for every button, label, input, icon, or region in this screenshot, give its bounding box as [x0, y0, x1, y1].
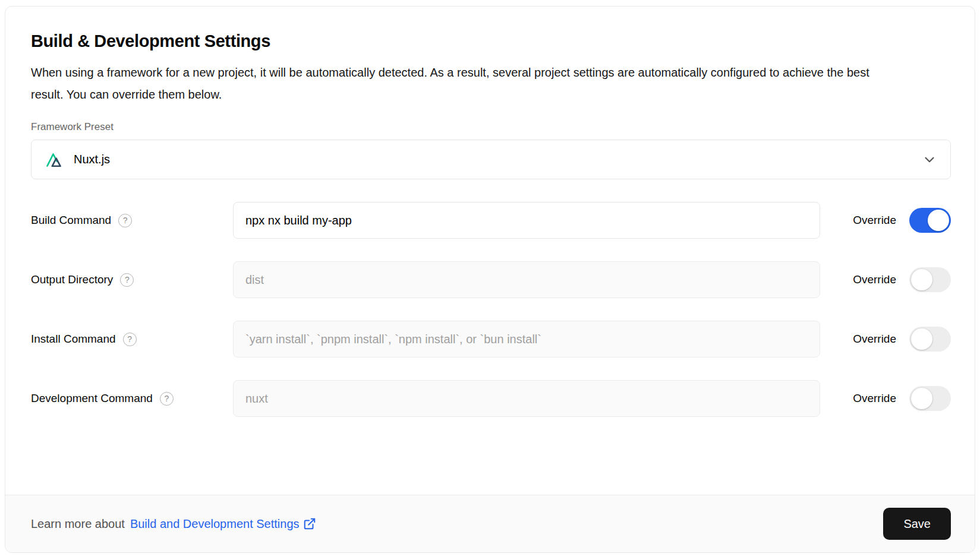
output-directory-input[interactable] [233, 261, 820, 298]
row-label-group: Development Command ? [31, 392, 233, 406]
build-settings-docs-link[interactable]: Build and Development Settings [130, 517, 316, 531]
build-command-label: Build Command [31, 214, 111, 227]
help-icon[interactable]: ? [160, 392, 174, 406]
install-command-label: Install Command [31, 333, 116, 346]
help-icon[interactable]: ? [118, 214, 132, 227]
override-toggle[interactable] [909, 327, 951, 352]
override-toggle[interactable] [909, 208, 951, 233]
row-label-group: Install Command ? [31, 333, 233, 346]
toggle-knob [911, 388, 932, 409]
output-directory-label: Output Directory [31, 273, 113, 286]
override-group: Override [820, 267, 951, 292]
override-group: Override [820, 208, 951, 233]
external-link-icon [303, 517, 316, 530]
chevron-down-icon [922, 152, 937, 167]
development-command-label: Development Command [31, 392, 153, 405]
setting-row-install-command: Install Command ? Override [31, 321, 951, 357]
override-group: Override [820, 327, 951, 352]
override-label: Override [853, 392, 896, 405]
learn-more-text: Learn more about Build and Development S… [31, 517, 316, 531]
override-toggle[interactable] [909, 267, 951, 292]
question-glyph: ? [125, 275, 130, 284]
override-label: Override [853, 214, 896, 227]
row-label-group: Output Directory ? [31, 273, 233, 287]
card-content: Build & Development Settings When using … [5, 7, 975, 417]
description-text: When using a framework for a new project… [31, 62, 887, 106]
setting-row-development-command: Development Command ? Override [31, 380, 951, 417]
save-button[interactable]: Save [883, 508, 951, 540]
card-footer: Learn more about Build and Development S… [5, 495, 975, 552]
framework-preset-label: Framework Preset [31, 121, 951, 133]
page-title: Build & Development Settings [31, 31, 951, 51]
framework-preset-value: Nuxt.js [74, 153, 110, 166]
override-group: Override [820, 386, 951, 411]
row-label-group: Build Command ? [31, 214, 233, 227]
question-glyph: ? [127, 334, 132, 344]
question-glyph: ? [123, 216, 128, 225]
override-toggle[interactable] [909, 386, 951, 411]
setting-row-build-command: Build Command ? Override [31, 202, 951, 239]
toggle-knob [928, 210, 949, 231]
learn-more-prefix: Learn more about [31, 517, 125, 531]
setting-row-output-directory: Output Directory ? Override [31, 261, 951, 298]
development-command-input[interactable] [233, 380, 820, 417]
install-command-input[interactable] [233, 321, 820, 357]
toggle-knob [911, 269, 932, 290]
question-glyph: ? [164, 394, 169, 403]
override-label: Override [853, 273, 896, 286]
docs-link-label: Build and Development Settings [130, 517, 300, 531]
override-label: Override [853, 333, 896, 346]
build-settings-card: Build & Development Settings When using … [5, 6, 975, 553]
help-icon[interactable]: ? [123, 333, 137, 346]
toggle-knob [911, 328, 932, 350]
build-command-input[interactable] [233, 202, 820, 239]
nuxt-logo-icon [46, 151, 66, 168]
help-icon[interactable]: ? [120, 273, 134, 287]
framework-preset-select[interactable]: Nuxt.js [31, 140, 951, 179]
